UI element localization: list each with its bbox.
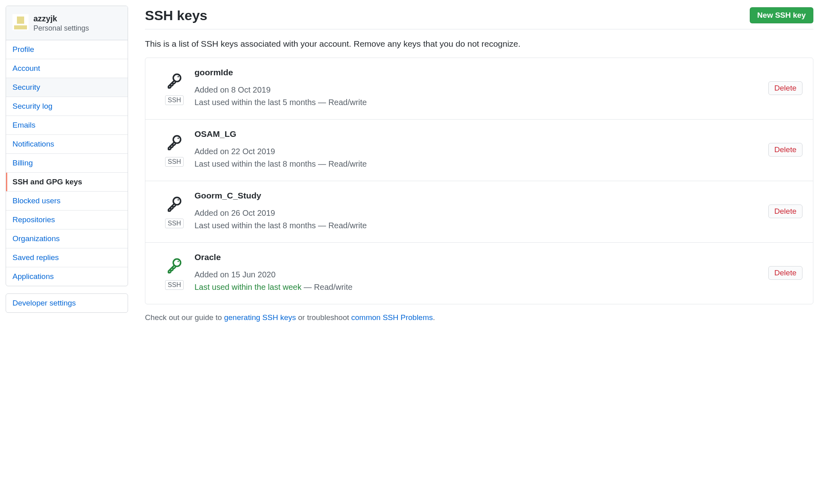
key-added: Added on 22 Oct 2019 (194, 145, 759, 158)
svg-point-3 (178, 137, 179, 138)
ssh-key-list: SSH goormIde Added on 8 Oct 2019 Last us… (145, 58, 813, 304)
key-permissions: — Read/write (302, 283, 353, 291)
ssh-key-row: SSH Oracle Added on 15 Jun 2020 Last use… (145, 243, 813, 304)
username: azzyjk (33, 14, 89, 23)
key-meta: Added on 22 Oct 2019 Last used within th… (194, 145, 759, 170)
ssh-badge: SSH (165, 219, 184, 228)
settings-sidebar: azzyjk Personal settings ProfileAccountS… (6, 6, 128, 322)
key-added: Added on 26 Oct 2019 (194, 207, 759, 219)
sidebar-item-saved-replies[interactable]: Saved replies (6, 248, 128, 267)
key-meta: Added on 26 Oct 2019 Last used within th… (194, 207, 759, 232)
sidebar-item-blocked-users[interactable]: Blocked users (6, 192, 128, 211)
key-title: Oracle (194, 252, 759, 262)
link-generating-ssh-keys[interactable]: generating SSH keys (224, 313, 296, 322)
delete-key-button[interactable]: Delete (768, 204, 802, 218)
sidebar-item-security-log[interactable]: Security log (6, 97, 128, 116)
key-added: Added on 8 Oct 2019 (194, 84, 759, 96)
sidebar-item-repositories[interactable]: Repositories (6, 211, 128, 229)
delete-key-button[interactable]: Delete (768, 266, 802, 280)
sidebar-item-account[interactable]: Account (6, 59, 128, 78)
svg-point-7 (178, 260, 179, 262)
sidebar-item-organizations[interactable]: Organizations (6, 229, 128, 248)
key-permissions: — Read/write (316, 98, 367, 107)
sidebar-item-developer-settings[interactable]: Developer settings (6, 294, 128, 312)
key-added: Added on 15 Jun 2020 (194, 269, 759, 281)
key-last-used: Last used within the last 5 months (194, 98, 316, 107)
key-icon-column: SSH (164, 72, 185, 105)
key-last-used: Last used within the last 8 months (194, 159, 316, 168)
key-meta: Added on 8 Oct 2019 Last used within the… (194, 84, 759, 109)
new-ssh-key-button[interactable]: New SSH key (750, 7, 813, 23)
ssh-key-row: SSH Goorm_C_Study Added on 26 Oct 2019 L… (145, 181, 813, 243)
ssh-badge: SSH (165, 95, 184, 105)
key-icon (165, 83, 183, 91)
page-header: SSH keys New SSH key (145, 7, 813, 29)
sidebar-item-emails[interactable]: Emails (6, 116, 128, 135)
page-title: SSH keys (145, 8, 207, 23)
developer-settings-box: Developer settings (6, 293, 128, 313)
sidebar-item-applications[interactable]: Applications (6, 267, 128, 286)
key-meta: Added on 15 Jun 2020 Last used within th… (194, 269, 759, 293)
sidebar-item-security[interactable]: Security (6, 78, 128, 97)
key-body: Goorm_C_Study Added on 26 Oct 2019 Last … (194, 191, 759, 232)
ssh-key-row: SSH OSAM_LG Added on 22 Oct 2019 Last us… (145, 120, 813, 181)
key-icon (165, 206, 183, 214)
key-icon (165, 267, 183, 276)
sidebar-subtitle: Personal settings (33, 24, 89, 33)
key-icon (165, 144, 183, 153)
svg-point-1 (178, 76, 179, 77)
key-icon-column: SSH (164, 195, 185, 228)
key-permissions: — Read/write (316, 159, 367, 168)
sidebar-menu: azzyjk Personal settings ProfileAccountS… (6, 6, 128, 286)
key-title: OSAM_LG (194, 129, 759, 139)
key-icon-column: SSH (164, 256, 185, 290)
ssh-badge: SSH (165, 157, 184, 167)
key-body: Oracle Added on 15 Jun 2020 Last used wi… (194, 252, 759, 293)
key-title: Goorm_C_Study (194, 191, 759, 200)
intro-text: This is a list of SSH keys associated wi… (145, 39, 813, 49)
footer-note: Check out our guide to generating SSH ke… (145, 313, 813, 322)
avatar (12, 14, 29, 30)
key-permissions: — Read/write (316, 221, 367, 230)
sidebar-header: azzyjk Personal settings (6, 6, 128, 40)
sidebar-item-ssh-and-gpg-keys[interactable]: SSH and GPG keys (6, 173, 128, 192)
svg-point-5 (178, 199, 179, 200)
key-title: goormIde (194, 68, 759, 77)
ssh-key-row: SSH goormIde Added on 8 Oct 2019 Last us… (145, 58, 813, 120)
key-body: OSAM_LG Added on 22 Oct 2019 Last used w… (194, 129, 759, 170)
key-body: goormIde Added on 8 Oct 2019 Last used w… (194, 68, 759, 109)
key-last-used: Last used within the last 8 months (194, 221, 316, 230)
delete-key-button[interactable]: Delete (768, 81, 802, 95)
main-content: SSH keys New SSH key This is a list of S… (145, 6, 813, 322)
sidebar-item-profile[interactable]: Profile (6, 40, 128, 59)
sidebar-item-notifications[interactable]: Notifications (6, 135, 128, 154)
key-icon-column: SSH (164, 133, 185, 167)
sidebar-item-billing[interactable]: Billing (6, 154, 128, 173)
ssh-badge: SSH (165, 280, 184, 290)
link-common-ssh-problems[interactable]: common SSH Problems (351, 313, 433, 322)
delete-key-button[interactable]: Delete (768, 143, 802, 157)
key-last-used: Last used within the last week (194, 283, 302, 291)
